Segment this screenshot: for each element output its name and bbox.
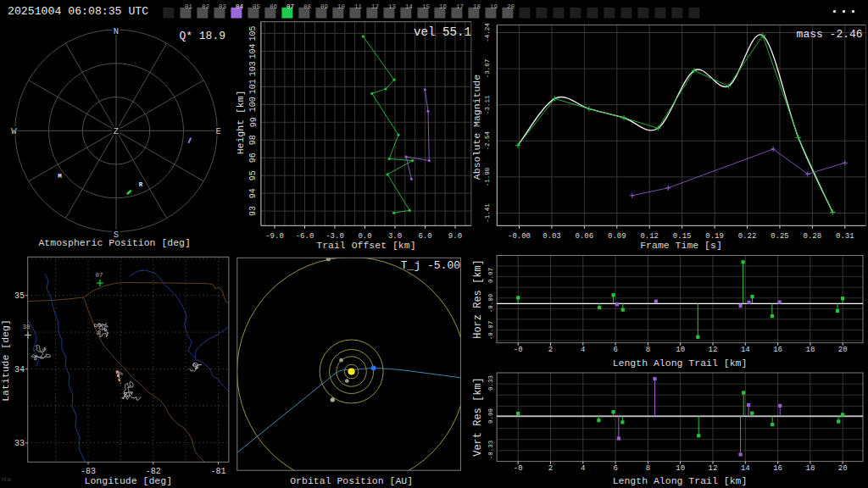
svg-text:09: 09 — [320, 3, 328, 10]
svg-text:Length Along Trail [km]: Length Along Trail [km] — [613, 475, 748, 486]
svg-text:Length Along Trail [km]: Length Along Trail [km] — [613, 358, 748, 369]
svg-text:16: 16 — [773, 346, 782, 354]
svg-text:04: 04 — [236, 3, 243, 10]
svg-text:-3.67: -3.67 — [484, 59, 491, 79]
svg-text:12: 12 — [371, 3, 379, 10]
svg-text:N: N — [114, 26, 119, 36]
svg-text:105: 105 — [249, 25, 259, 41]
svg-text:18: 18 — [805, 464, 815, 473]
svg-text:6: 6 — [613, 346, 617, 354]
svg-text:94: 94 — [249, 188, 259, 198]
svg-text:06: 06 — [270, 3, 277, 10]
svg-text:M: M — [58, 173, 62, 180]
svg-text:Absolute Magnitude: Absolute Magnitude — [471, 75, 482, 180]
svg-text:13: 13 — [388, 3, 396, 10]
svg-text:07: 07 — [95, 272, 103, 279]
svg-text:35: 35 — [14, 291, 25, 301]
svg-text:02: 02 — [202, 3, 209, 10]
svg-text:100: 100 — [249, 97, 259, 112]
svg-text:8: 8 — [646, 464, 650, 473]
svg-text:2: 2 — [548, 464, 553, 473]
svg-text:Horz Res [km]: Horz Res [km] — [472, 259, 484, 339]
svg-text:Trail Offset [km]: Trail Offset [km] — [316, 240, 415, 251]
svg-text:18: 18 — [473, 3, 481, 10]
svg-text:16: 16 — [773, 464, 782, 473]
svg-text:-0: -0 — [514, 346, 523, 354]
svg-text:103: 103 — [249, 61, 259, 76]
svg-text:R: R — [139, 181, 143, 188]
svg-text:-9.0: -9.0 — [265, 232, 284, 241]
svg-text:Latitude [deg]: Latitude [deg] — [0, 319, 11, 402]
svg-text:-0.00: -0.00 — [508, 232, 531, 241]
svg-text:12: 12 — [709, 464, 718, 473]
svg-text:T_j -5.00: T_j -5.00 — [401, 259, 460, 272]
svg-text:96: 96 — [249, 152, 259, 163]
svg-text:Frame Time [s]: Frame Time [s] — [640, 240, 722, 251]
svg-text:9.0: 9.0 — [448, 232, 462, 241]
svg-text:-81: -81 — [211, 467, 226, 476]
svg-text:14: 14 — [741, 346, 750, 354]
svg-text:W: W — [11, 126, 17, 136]
svg-text:mass -2.46: mass -2.46 — [797, 28, 863, 41]
svg-text:-6.0: -6.0 — [296, 232, 314, 241]
svg-text:Longitude [deg]: Longitude [deg] — [85, 475, 173, 486]
svg-text:01: 01 — [185, 3, 192, 10]
svg-text:34: 34 — [14, 365, 25, 374]
svg-text:Orbital Position [AU]: Orbital Position [AU] — [290, 475, 413, 486]
svg-text:03: 03 — [219, 3, 226, 10]
svg-text:-2.54: -2.54 — [484, 131, 491, 151]
svg-text:0.33: 0.33 — [487, 375, 494, 391]
svg-text:15: 15 — [422, 3, 430, 10]
svg-text:0.25: 0.25 — [771, 232, 789, 241]
svg-text:104: 104 — [249, 43, 259, 58]
svg-text:33: 33 — [14, 439, 25, 448]
svg-text:-1.41: -1.41 — [484, 203, 491, 223]
svg-text:20251004 06:08:35 UTC: 20251004 06:08:35 UTC — [8, 5, 148, 18]
svg-text:-3.11: -3.11 — [484, 95, 491, 114]
svg-text:-0.07: -0.07 — [487, 321, 494, 341]
svg-text:10: 10 — [676, 346, 685, 354]
svg-text:07: 07 — [287, 3, 294, 10]
svg-text:Z: Z — [114, 126, 119, 136]
svg-text:-0.00: -0.00 — [487, 293, 494, 313]
svg-text:0.09: 0.09 — [608, 232, 626, 241]
svg-text:10: 10 — [676, 464, 685, 473]
svg-text:-1.98: -1.98 — [484, 168, 491, 187]
svg-text:11: 11 — [354, 3, 362, 10]
svg-text:-4.24: -4.24 — [484, 23, 491, 42]
svg-text:-0: -0 — [514, 464, 523, 473]
svg-text:4: 4 — [581, 464, 585, 473]
svg-text:20: 20 — [507, 3, 515, 10]
svg-text:8: 8 — [646, 346, 650, 354]
svg-text:0.00: 0.00 — [487, 408, 494, 424]
svg-text:vel 55.1: vel 55.1 — [414, 25, 471, 39]
svg-text:14: 14 — [741, 464, 750, 473]
svg-text:19: 19 — [490, 3, 498, 10]
svg-text:101: 101 — [249, 79, 259, 94]
svg-text:E: E — [216, 126, 221, 136]
svg-text:98: 98 — [249, 135, 259, 145]
svg-text:08: 08 — [303, 3, 311, 10]
svg-text:0.22: 0.22 — [738, 232, 757, 241]
svg-text:6.0: 6.0 — [418, 232, 431, 241]
svg-text:0.07: 0.07 — [487, 268, 494, 283]
svg-text:0.28: 0.28 — [804, 232, 822, 241]
svg-text:93: 93 — [249, 206, 259, 216]
svg-text:20: 20 — [838, 346, 848, 354]
svg-text:0.06: 0.06 — [576, 232, 594, 241]
svg-text:0.31: 0.31 — [836, 232, 854, 241]
svg-text:Height [km]: Height [km] — [236, 90, 247, 154]
svg-text:99: 99 — [249, 117, 259, 127]
svg-text:6: 6 — [613, 464, 617, 473]
svg-text:05: 05 — [253, 3, 260, 10]
svg-text:2: 2 — [548, 346, 553, 354]
svg-text:4: 4 — [581, 346, 585, 354]
svg-text:17: 17 — [456, 3, 464, 10]
svg-text:14: 14 — [405, 3, 413, 10]
svg-text:10: 10 — [337, 3, 345, 10]
svg-text:16: 16 — [439, 3, 447, 10]
svg-text:-0.33: -0.33 — [487, 440, 494, 459]
svg-text:20: 20 — [838, 464, 848, 473]
svg-text:Q* 18.9: Q* 18.9 — [179, 30, 225, 42]
svg-text:0.03: 0.03 — [542, 232, 561, 241]
